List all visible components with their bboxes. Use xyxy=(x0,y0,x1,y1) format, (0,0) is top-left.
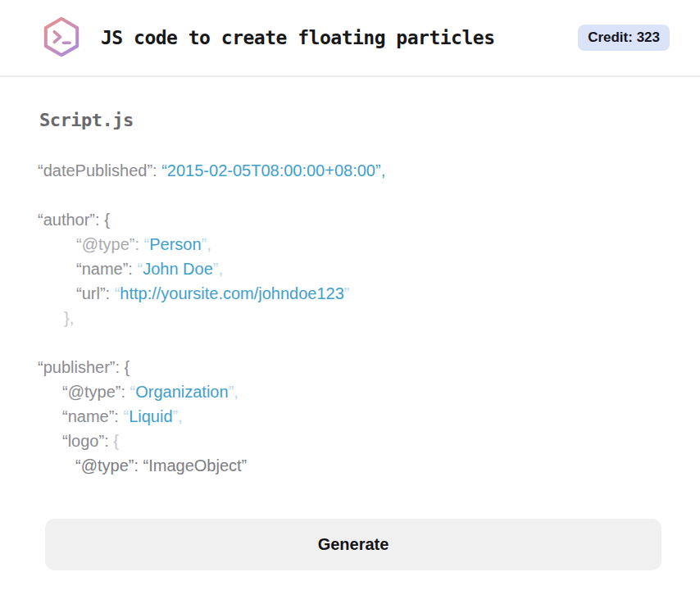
code-value: “2015-02-05T08:00:00+08:00”, xyxy=(161,161,385,179)
code-brace: { xyxy=(113,432,119,450)
code-value: Person xyxy=(149,235,201,253)
code-quote: ”, xyxy=(229,383,239,401)
code-line-author-open: “author”: { xyxy=(38,207,700,232)
code-key: “@type”: xyxy=(62,383,130,401)
code-key: “datePublished”: xyxy=(38,161,161,179)
code-quote: ”, xyxy=(213,260,223,278)
code-line-author-url: “url”: “http://yoursite.com/johndoe123” xyxy=(38,281,700,306)
code-key: “name”: xyxy=(76,260,137,278)
code-line-logo-type: “@type”: “ImageObject” xyxy=(38,453,700,478)
code-line-publisher-type: “@type”: “Organization”, xyxy=(38,379,700,404)
main-content: Script.js “datePublished”: “2015-02-05T0… xyxy=(0,110,700,570)
code-value: John Doe xyxy=(143,260,213,278)
code-line-datepublished: “datePublished”: “2015-02-05T08:00:00+08… xyxy=(38,158,700,183)
code-key: “logo”: xyxy=(62,432,113,450)
code-key: “name”: xyxy=(62,407,123,425)
code-quote: ”, xyxy=(173,407,183,425)
code-line-author-close: }, xyxy=(38,306,700,330)
code-key: “@type”: xyxy=(76,235,144,253)
code-quote: ”, xyxy=(202,235,211,253)
code-quote: ” xyxy=(344,284,350,302)
code-key: “url”: xyxy=(76,284,115,302)
code-line-logo-open: “logo”: { xyxy=(38,429,700,453)
code-line-author-name: “name”: “John Doe”, xyxy=(38,257,700,281)
code-block: “datePublished”: “2015-02-05T08:00:00+08… xyxy=(38,158,700,478)
code-value: Liquid xyxy=(129,407,172,425)
credit-badge: Credit: 323 xyxy=(578,25,670,51)
code-line-publisher-name: “name”: “Liquid”, xyxy=(38,404,700,429)
code-value: Organization xyxy=(135,383,228,401)
generate-button[interactable]: Generate xyxy=(45,519,661,570)
page-title: JS code to create floating particles xyxy=(101,27,495,48)
code-text: “@type”: “ImageObject” xyxy=(75,456,247,475)
code-key: “publisher”: { xyxy=(38,358,130,376)
code-line-author-type: “@type”: “Person”, xyxy=(38,232,700,257)
terminal-prompt-hexagon-icon xyxy=(39,14,84,61)
header: JS code to create floating particles Cre… xyxy=(0,0,700,77)
code-brace: }, xyxy=(64,309,74,327)
code-value: http://yoursite.com/johndoe123 xyxy=(120,284,344,302)
code-key: “author”: { xyxy=(38,211,110,229)
script-filename: Script.js xyxy=(39,110,700,130)
code-line-publisher-open: “publisher”: { xyxy=(38,355,700,379)
